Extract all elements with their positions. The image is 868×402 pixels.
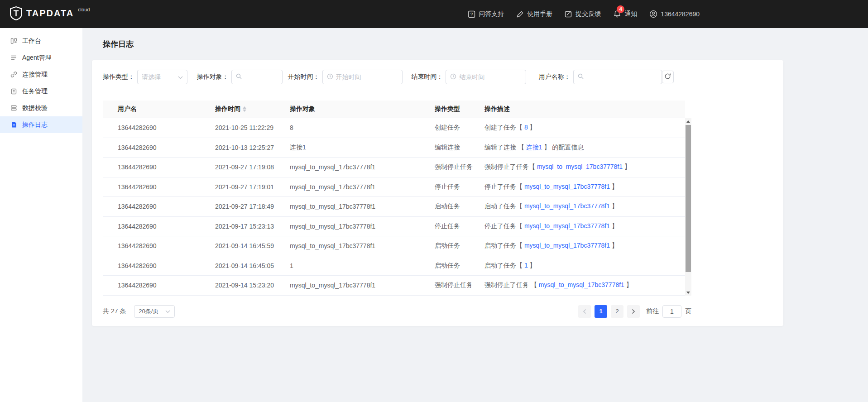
table-row: 13644282690 2021-09-14 16:45:59 mysql_to… — [103, 236, 685, 256]
cell-object: mysql_to_mysql_17bc37778f1 — [290, 163, 435, 171]
cell-desc: 强制停止了任务 【 mysql_to_mysql_17bc37778f1 】 — [484, 281, 685, 289]
user-icon — [649, 10, 657, 18]
cell-type: 编辑连接 — [435, 144, 484, 152]
goto-page-input[interactable] — [662, 305, 681, 318]
log-icon — [10, 121, 17, 129]
search-icon — [578, 73, 584, 81]
goto-label: 前往 — [646, 307, 659, 316]
sort-icon[interactable] — [243, 106, 246, 112]
cell-desc: 启动了任务【 mysql_to_mysql_17bc37778f1 】 — [484, 242, 685, 250]
desc-prefix: 编辑了连接 【 — [484, 144, 526, 151]
desc-link[interactable]: mysql_to_mysql_17bc37778f1 — [539, 281, 624, 288]
cell-desc: 启动了任务【 1 】 — [484, 262, 685, 270]
clock-icon — [450, 73, 456, 81]
feedback-edit-icon — [565, 10, 572, 18]
header-time[interactable]: 操作时间 — [215, 105, 290, 113]
account-menu-item[interactable]: 13644282690 — [649, 10, 700, 18]
operation-log-table: 用户名 操作时间 操作对象 操作类型 操作描述 13644282690 2021… — [103, 100, 691, 296]
operation-type-select-input[interactable] — [142, 73, 175, 81]
prev-page-button[interactable] — [578, 305, 591, 318]
header-type: 操作类型 — [435, 105, 484, 113]
desc-link[interactable]: mysql_to_mysql_17bc37778f1 — [524, 222, 610, 230]
cell-time: 2021-09-27 17:18:49 — [215, 203, 290, 210]
pagination-bar: 共 27 条 20条/页 1 2 — [103, 305, 691, 318]
sidebar-item-tasks[interactable]: 任务管理 — [0, 83, 82, 100]
operation-type-select[interactable] — [137, 70, 187, 84]
table-scrollbar[interactable] — [685, 118, 691, 296]
table-row: 13644282690 2021-09-27 17:19:08 mysql_to… — [103, 158, 685, 177]
end-time-input[interactable] — [459, 73, 522, 81]
start-time-picker[interactable] — [322, 70, 403, 84]
sidebar-item-validation[interactable]: 数据校验 — [0, 100, 82, 116]
feedback-menu-item[interactable]: 提交反馈 — [565, 10, 601, 18]
support-menu-item[interactable]: ? 问答支持 — [468, 10, 504, 18]
agent-icon — [10, 54, 17, 62]
filter-user-label: 用户名称： — [539, 73, 571, 81]
filter-start-label: 开始时间： — [288, 73, 320, 81]
sidebar-item-connections[interactable]: 连接管理 — [0, 66, 82, 83]
desc-link[interactable]: 1 — [524, 262, 528, 269]
table-row: 13644282690 2021-09-27 17:19:01 mysql_to… — [103, 177, 685, 197]
manual-pen-icon — [516, 10, 524, 18]
manual-menu-item[interactable]: 使用手册 — [516, 10, 552, 18]
pager: 1 2 — [578, 305, 640, 318]
desc-link[interactable]: mysql_to_mysql_17bc37778f1 — [524, 202, 610, 210]
end-time-picker[interactable] — [446, 70, 526, 84]
cell-username: 13644282690 — [103, 203, 215, 210]
chevron-down-icon — [165, 308, 170, 315]
scroll-down-icon[interactable] — [685, 289, 691, 296]
page-size-select[interactable]: 20条/页 — [134, 305, 175, 318]
desc-link[interactable]: mysql_to_mysql_17bc37778f1 — [537, 163, 623, 170]
sidebar-item-agent[interactable]: Agent管理 — [0, 49, 82, 66]
sidebar-item-operation-log[interactable]: 操作日志 — [0, 116, 82, 133]
scrollbar-thumb[interactable] — [686, 125, 691, 272]
cell-type: 启动任务 — [435, 242, 484, 250]
goto-page: 前往 页 — [646, 305, 691, 318]
cell-username: 13644282690 — [103, 183, 215, 191]
cell-object: 连接1 — [290, 144, 435, 152]
operation-object-search[interactable] — [231, 70, 283, 84]
desc-link[interactable]: 8 — [524, 124, 528, 131]
operation-object-input[interactable] — [245, 73, 278, 81]
svg-text:?: ? — [470, 12, 473, 17]
desc-suffix: 】 — [610, 222, 618, 230]
notifications-menu-item[interactable]: 4 通知 — [613, 10, 637, 18]
header-object: 操作对象 — [290, 105, 435, 113]
header-desc: 操作描述 — [484, 105, 685, 113]
desc-prefix: 停止了任务【 — [484, 183, 524, 190]
desc-link[interactable]: mysql_to_mysql_17bc37778f1 — [524, 183, 610, 190]
cell-object: mysql_to_mysql_17bc37778f1 — [290, 183, 435, 191]
cell-object: mysql_to_mysql_17bc37778f1 — [290, 282, 435, 289]
cell-desc: 启动了任务【 mysql_to_mysql_17bc37778f1 】 — [484, 202, 685, 211]
start-time-input[interactable] — [336, 73, 398, 81]
desc-suffix: 】 — [528, 262, 536, 269]
cell-time: 2021-10-13 12:25:27 — [215, 144, 290, 151]
sidebar-item-workbench[interactable]: 工作台 — [0, 33, 82, 49]
scroll-up-icon[interactable] — [685, 118, 691, 124]
table-row: 13644282690 2021-09-14 16:45:05 1 启动任务 启… — [103, 256, 685, 276]
next-page-button[interactable] — [627, 305, 640, 318]
task-icon — [10, 88, 17, 95]
page-button-2[interactable]: 2 — [611, 305, 623, 318]
brand-logo[interactable]: TAPDATA cloud — [10, 6, 90, 22]
page-button-1[interactable]: 1 — [595, 305, 607, 318]
cell-type: 创建任务 — [435, 124, 484, 132]
desc-prefix: 强制停止了任务 【 — [484, 281, 539, 288]
desc-suffix: 】 — [610, 242, 618, 249]
desc-suffix: 】 — [623, 163, 631, 170]
user-name-search[interactable] — [573, 70, 662, 84]
chevron-down-icon — [178, 73, 183, 81]
help-icon: ? — [468, 10, 475, 18]
filter-end-label: 结束时间： — [411, 73, 443, 81]
desc-link[interactable]: mysql_to_mysql_17bc37778f1 — [524, 242, 610, 249]
cell-object: 1 — [290, 262, 435, 269]
refresh-button[interactable] — [662, 71, 674, 83]
user-name-input[interactable] — [586, 73, 657, 81]
desc-link[interactable]: 连接1 — [526, 144, 542, 151]
cell-type: 启动任务 — [435, 202, 484, 211]
cell-type: 强制停止任务 — [435, 163, 484, 171]
cell-object: 8 — [290, 124, 435, 131]
cell-username: 13644282690 — [103, 242, 215, 249]
tapdata-logo-icon — [10, 6, 22, 22]
operation-log-card: 操作类型： 操作对象： 开始时间： — [92, 60, 783, 326]
